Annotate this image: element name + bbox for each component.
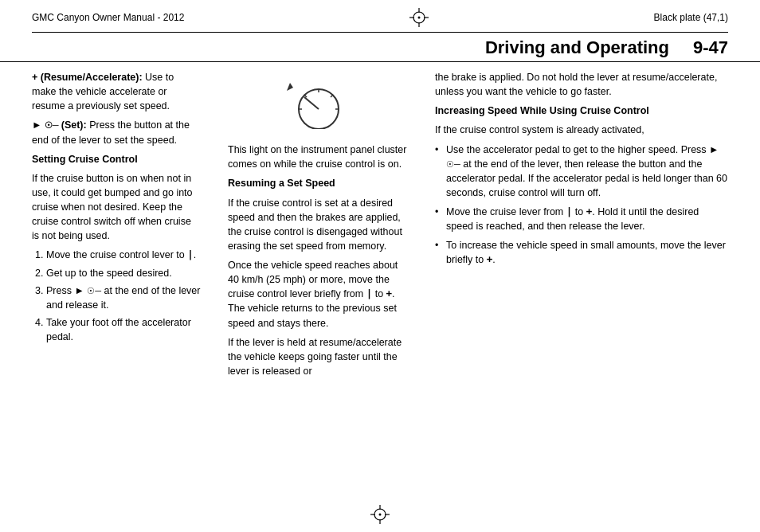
- svg-line-7: [304, 97, 319, 109]
- set-arrow-icon: ►: [32, 119, 45, 131]
- pipe-symbol-1: |: [187, 248, 194, 260]
- step-2: Get up to the speed desired.: [46, 266, 201, 280]
- bullets-list: Use the accelerator pedal to get to the …: [435, 143, 728, 268]
- bottom-crosshair-icon: [369, 503, 391, 526]
- incr-heading: Increasing Speed While Using Cruise Cont…: [435, 104, 728, 118]
- svg-marker-8: [287, 83, 293, 91]
- section-title-bar: Driving and Operating 9-47: [0, 33, 760, 62]
- step-1: Move the cruise control lever to |.: [46, 248, 201, 262]
- cruise-icon-area: [228, 70, 409, 136]
- page-header: GMC Canyon Owner Manual - 2012 Black pla…: [0, 0, 760, 32]
- set-label: (Set):: [61, 119, 87, 131]
- pipe-sym-mid: |: [366, 288, 373, 299]
- right-column: the brake is applied. Do not hold the le…: [422, 70, 728, 514]
- set-icon-b1: ☉─: [446, 159, 460, 169]
- setting-text: If the cruise button is on when not in u…: [32, 171, 201, 244]
- step-4: Take your foot off the accelerator pedal…: [46, 315, 201, 344]
- svg-point-19: [379, 514, 382, 516]
- bullet-2: Move the cruise lever from | to +. Hold …: [435, 205, 728, 233]
- steps-list: Move the cruise control lever to |. Get …: [46, 248, 201, 344]
- incr-heading-text: Increasing Speed While Using Cruise Cont…: [435, 105, 649, 116]
- middle-column: This light on the instrument panel clust…: [215, 70, 422, 514]
- set-heading-para: ► ☉─ (Set): Press the button at the end …: [32, 118, 201, 147]
- resuming-text3: If the lever is held at resume/accelerat…: [228, 335, 409, 378]
- bullet-1: Use the accelerator pedal to get to the …: [435, 143, 728, 201]
- header-right: Black plate (47,1): [654, 12, 728, 23]
- incr-intro: If the cruise control system is already …: [435, 123, 728, 137]
- cont-text: the brake is applied. Do not hold the le…: [435, 70, 728, 99]
- resuming-heading: Resuming a Set Speed: [228, 176, 409, 190]
- plus-heading: + (Resume/Accelerate):: [32, 72, 143, 83]
- resuming-heading-text: Resuming a Set Speed: [228, 178, 335, 189]
- plus-heading-para: + (Resume/Accelerate): Use to make the v…: [32, 70, 201, 113]
- svg-line-10: [331, 95, 333, 97]
- pipe-sym-b2: |: [566, 205, 573, 217]
- page-container: GMC Canyon Owner Manual - 2012 Black pla…: [0, 0, 760, 532]
- svg-point-5: [418, 17, 421, 19]
- set-icon: ☉─: [45, 120, 61, 130]
- light-text: This light on the instrument panel clust…: [228, 143, 409, 171]
- cruise-indicator-icon: [279, 73, 358, 129]
- arrow-icon-step3: ►: [74, 285, 84, 296]
- bottom-nav: [0, 499, 760, 532]
- resuming-text2: Once the vehicle speed reaches about 40 …: [228, 258, 409, 331]
- plus-sym-b2: +: [586, 205, 593, 217]
- step-3: Press ► ☉─ at the end of the lever and r…: [46, 284, 201, 312]
- header-left: GMC Canyon Owner Manual - 2012: [32, 12, 184, 23]
- set-icon-step3: ☉─: [87, 286, 101, 295]
- plus-sym-mid: +: [386, 288, 393, 299]
- section-title: Driving and Operating: [485, 37, 669, 58]
- section-page: 9-47: [693, 37, 728, 58]
- left-column: + (Resume/Accelerate): Use to make the v…: [32, 70, 215, 514]
- main-content: + (Resume/Accelerate): Use to make the v…: [0, 62, 760, 522]
- header-crosshair-icon: [408, 6, 430, 29]
- setting-heading: Setting Cruise Control: [32, 152, 201, 166]
- plus-sym-b3: +: [487, 253, 493, 265]
- bullet-3: To increase the vehicle speed in small a…: [435, 238, 728, 267]
- header-center: [408, 6, 430, 29]
- resuming-text1: If the cruise control is set at a desire…: [228, 196, 409, 254]
- arrow-icon-b1: ►: [709, 144, 719, 155]
